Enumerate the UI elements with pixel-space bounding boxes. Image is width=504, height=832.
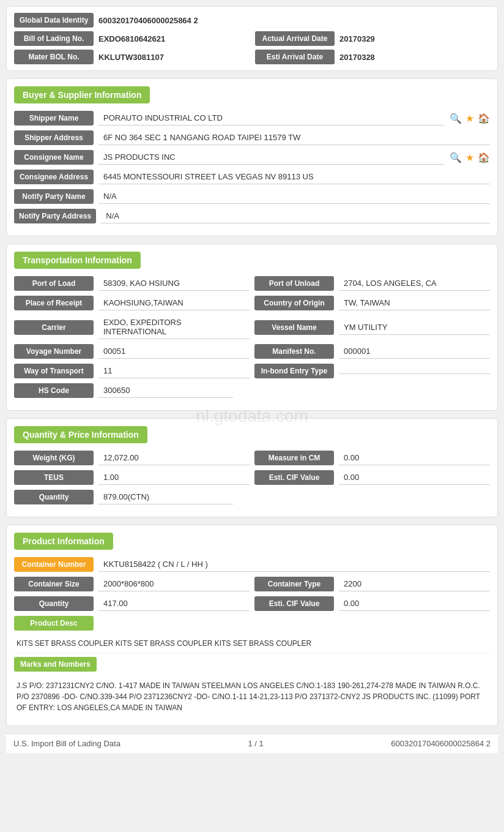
port-of-load-label: Port of Load [14,276,94,291]
consignee-star-icon[interactable]: ★ [465,152,474,163]
weight-label: Weight (KG) [14,451,94,465]
esti-arrival-label: Esti Arrival Date [255,50,335,64]
country-of-origin-label: Country of Origin [254,296,334,310]
actual-arrival-group: Actual Arrival Date 20170329 [255,31,490,46]
inbond-entry-group: In-bond Entry Type [254,364,490,378]
vessel-name-value: YM UTILITY [339,320,490,335]
product-esti-cif-group: Esti. CIF Value 0.00 [254,596,490,611]
marks-row: Marks and Numbers [14,657,490,672]
container-size-label: Container Size [14,577,94,591]
shipper-search-icon[interactable]: 🔍 [450,113,462,124]
esti-cif-value: 0.00 [339,470,490,485]
mater-esti-row: Mater BOL No. KKLUTW3081107 Esti Arrival… [14,50,490,64]
footer-bar: U.S. Import Bill of Lading Data 1 / 1 60… [6,733,498,753]
consignee-name-label: Consignee Name [14,150,94,165]
global-data-label: Global Data Identity [14,13,94,28]
notify-party-address-label: Notify Party Address [14,209,96,223]
bill-of-lading-label: Bill of Lading No. [14,31,94,46]
marks-label: Marks and Numbers [14,657,97,672]
shipper-name-icons: 🔍 ★ 🏠 [450,113,490,124]
shipper-name-value: PORAUTO INDUSTRIAL CO LTD [98,111,445,126]
hs-code-row: HS Code 300650 [14,383,490,398]
buyer-supplier-card: Buyer & Supplier Information Shipper Nam… [6,78,498,236]
voyage-manifest-row: Voyage Number 00051 Manifest No. 000001 [14,344,490,359]
consignee-name-value: JS PRODUCTS INC [98,150,445,165]
way-inbond-row: Way of Transport 11 In-bond Entry Type [14,364,490,378]
shipper-home-icon[interactable]: 🏠 [478,113,490,124]
container-type-value: 2200 [339,577,490,591]
footer-right: 600320170406000025864 2 [391,739,491,748]
shipper-address-label: Shipper Address [14,130,94,145]
voyage-number-group: Voyage Number 00051 [14,344,250,359]
marks-value: J.S P/O: 2371231CNY2 C/NO. 1-417 MADE IN… [14,675,490,718]
container-type-label: Container Type [254,577,334,591]
port-of-unload-value: 2704, LOS ANGELES, CA [339,276,490,291]
shipper-star-icon[interactable]: ★ [465,113,474,124]
carrier-value: EXDO, EXPEDITORS INTERNATIONAL [98,315,250,339]
quantity-row: Quantity 879.00(CTN) [14,490,490,504]
consignee-home-icon[interactable]: 🏠 [478,152,490,163]
vessel-name-label: Vessel Name [254,320,334,335]
bill-of-lading-group: Bill of Lading No. EXDO6810642621 [14,31,249,46]
identity-card: Global Data Identity 6003201704060000258… [6,6,498,71]
container-size-value: 2000*806*800 [98,577,250,591]
product-esti-cif-label: Esti. CIF Value [254,596,334,611]
country-of-origin-group: Country of Origin TW, TAIWAN [254,296,490,310]
way-of-transport-group: Way of Transport 11 [14,364,250,378]
port-of-load-value: 58309, KAO HSIUNG [98,276,250,291]
measure-group: Measure in CM 0.00 [254,451,490,465]
carrier-group: Carrier EXDO, EXPEDITORS INTERNATIONAL [14,315,250,339]
consignee-name-icons: 🔍 ★ 🏠 [450,152,490,163]
notify-party-address-value: N/A [101,209,490,223]
carrier-vessel-row: Carrier EXDO, EXPEDITORS INTERNATIONAL V… [14,315,490,339]
manifest-no-label: Manifest No. [254,344,334,359]
receipt-origin-row: Place of Receipt KAOHSIUNG,TAIWAN Countr… [14,296,490,310]
voyage-number-value: 00051 [98,344,250,359]
port-of-unload-label: Port of Unload [254,276,334,291]
mater-bol-label: Mater BOL No. [14,50,94,64]
container-number-row: Container Number KKTU8158422 ( CN / L / … [14,557,490,572]
place-of-receipt-value: KAOHSIUNG,TAIWAN [98,296,250,310]
consignee-search-icon[interactable]: 🔍 [450,152,462,163]
notify-party-name-label: Notify Party Name [14,189,94,204]
port-of-load-group: Port of Load 58309, KAO HSIUNG [14,276,250,291]
hs-code-label: HS Code [14,383,94,398]
country-of-origin-value: TW, TAIWAN [339,296,490,310]
shipper-name-row: Shipper Name PORAUTO INDUSTRIAL CO LTD 🔍… [14,111,490,126]
esti-arrival-group: Esti Arrival Date 20170328 [255,50,490,64]
place-of-receipt-group: Place of Receipt KAOHSIUNG,TAIWAN [14,296,250,310]
consignee-address-label: Consignee Address [14,170,94,184]
global-data-row: Global Data Identity 6003201704060000258… [14,13,490,28]
global-data-value: 600320170406000025864 2 [94,13,203,28]
product-qty-esti-row: Quantity 417.00 Esti. CIF Value 0.00 [14,596,490,611]
actual-arrival-value: 20170329 [335,32,490,46]
product-info-title: Product Information [14,533,113,550]
mater-bol-value: KKLUTW3081107 [94,50,249,64]
teus-group: TEUS 1.00 [14,470,250,485]
product-desc-row: Product Desc [14,616,490,631]
quantity-value: 879.00(CTN) [98,490,233,504]
shipper-address-row: Shipper Address 6F NO 364 SEC 1 NANGANG … [14,130,490,145]
voyage-number-label: Voyage Number [14,344,94,359]
esti-cif-label: Esti. CIF Value [254,470,334,485]
container-number-value: KKTU8158422 ( CN / L / HH ) [98,557,490,572]
footer-center: 1 / 1 [248,739,263,748]
manifest-no-value: 000001 [339,344,490,359]
quantity-price-card: Quantity & Price Information Weight (KG)… [6,418,498,517]
quantity-label: Quantity [14,490,94,504]
product-quantity-label: Quantity [14,596,94,611]
vessel-name-group: Vessel Name YM UTILITY [254,315,490,339]
place-of-receipt-label: Place of Receipt [14,296,94,310]
consignee-name-row: Consignee Name JS PRODUCTS INC 🔍 ★ 🏠 [14,150,490,165]
container-type-group: Container Type 2200 [254,577,490,591]
weight-value: 12,072.00 [98,451,250,465]
weight-measure-row: Weight (KG) 12,072.00 Measure in CM 0.00 [14,451,490,465]
consignee-address-value: 6445 MONTESSOURI STREET LAS VEGAS NV 891… [98,170,490,184]
bill-esti-row: Bill of Lading No. EXDO6810642621 Actual… [14,31,490,46]
shipper-address-value: 6F NO 364 SEC 1 NANGANG ROAD TAIPEI 1157… [98,130,490,145]
weight-group: Weight (KG) 12,072.00 [14,451,250,465]
transportation-title: Transportation Information [14,252,141,269]
notify-party-address-row: Notify Party Address N/A [14,209,490,223]
actual-arrival-label: Actual Arrival Date [255,31,335,46]
shipper-name-label: Shipper Name [14,111,94,126]
